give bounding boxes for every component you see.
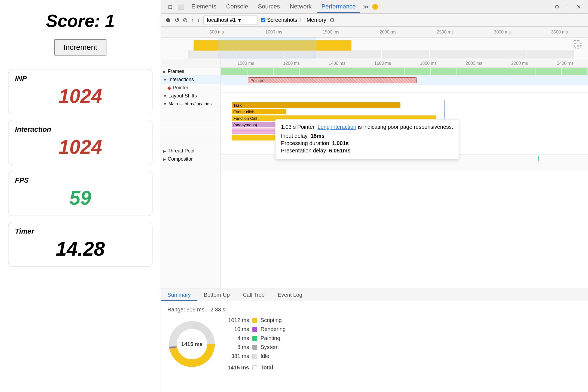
donut-label: 1415 ms <box>181 341 203 347</box>
donut-chart: 1415 ms <box>167 320 216 369</box>
devtools-dock-icon[interactable]: ⊡ <box>165 2 175 12</box>
overview-ruler: 500 ms 1000 ms 1500 ms 2000 ms 2500 ms 3… <box>161 27 588 38</box>
sum-tab-calltree[interactable]: Call Tree <box>236 289 271 301</box>
tab-performance[interactable]: Performance <box>317 1 360 13</box>
fps-value: 59 <box>15 187 146 209</box>
summary-full: Range: 919 ms – 2.33 s <box>167 307 581 371</box>
fc-mark-2400: 2400 ms <box>542 61 588 66</box>
timer-card: Timer 14.28 <box>8 222 152 267</box>
pointer-interaction-bar[interactable]: Pointer <box>248 77 417 83</box>
more-tabs-button[interactable]: ≫ <box>361 2 371 12</box>
main-expand-icon[interactable]: ▼ <box>163 102 167 106</box>
frame-block <box>300 68 326 75</box>
memory-checkbox-label[interactable]: Memory <box>301 17 326 23</box>
url-dropdown-icon[interactable]: ▾ <box>238 17 241 23</box>
tab-sources[interactable]: Sources <box>253 1 284 13</box>
ls-expand-icon[interactable]: ▼ <box>163 94 167 98</box>
tooltip-header: 1.03 s Pointer Long interaction is indic… <box>281 124 453 130</box>
fps-label: FPS <box>15 176 146 185</box>
ruler-spacer <box>161 59 220 68</box>
upload-button[interactable]: ↑ <box>191 17 194 24</box>
capture-settings-icon[interactable]: ⚙ <box>329 17 335 24</box>
painting-color <box>252 336 257 341</box>
frame-block <box>405 68 430 75</box>
tab-elements[interactable]: Elements <box>187 1 221 13</box>
total-ms: 1415 ms <box>227 365 249 371</box>
more-options-icon[interactable]: ⋮ <box>563 2 573 12</box>
flamechart-area: ▶ Frames ▼ Interactions ◆ Pointer ▼ Layo… <box>161 59 588 289</box>
screenshots-checkbox[interactable] <box>261 18 265 22</box>
timer-value: 14.28 <box>15 238 146 260</box>
close-icon[interactable]: ✕ <box>574 2 584 12</box>
compositor-row <box>221 162 588 170</box>
devtools-undock-icon[interactable]: ⬜ <box>176 2 186 12</box>
comp-expand-icon[interactable]: ▶ <box>163 157 166 161</box>
legend-total: 1415 ms Total <box>227 362 286 371</box>
main-thread-label-row[interactable]: ▼ Main — http://localhost:517... <box>161 100 220 108</box>
processing-value: 1.001s <box>332 140 349 146</box>
sum-tab-eventlog[interactable]: Event Log <box>271 289 309 301</box>
idle-label: Idle <box>261 353 269 359</box>
record-button[interactable]: ⏺ <box>165 17 171 24</box>
interactions-expand-icon[interactable]: ▼ <box>163 78 167 82</box>
fc-mark-1200: 1200 ms <box>269 61 314 66</box>
interactions-label-row[interactable]: ▼ Interactions <box>161 76 220 84</box>
sum-tab-summary[interactable]: Summary <box>161 289 197 301</box>
painting-label: Painting <box>261 335 280 341</box>
task-bar[interactable]: Task <box>232 102 400 108</box>
increment-button[interactable]: Increment <box>54 39 107 56</box>
frames-expand-icon[interactable]: ▶ <box>163 69 166 74</box>
legend-area: 1012 ms Scripting 10 ms Rendering 4 ms <box>227 317 286 371</box>
frame-block <box>535 68 561 75</box>
system-color <box>252 345 257 350</box>
tab-network[interactable]: Network <box>285 1 316 13</box>
frame-block <box>431 68 457 75</box>
event-click-bar[interactable]: Event: click <box>232 109 286 114</box>
screenshots-checkbox-label[interactable]: Screenshots <box>261 17 297 23</box>
screenshots-label: Screenshots <box>267 17 297 23</box>
scripting-label: Scripting <box>261 317 282 323</box>
scripting-color <box>252 318 257 323</box>
tab-console[interactable]: Console <box>222 1 253 13</box>
system-label: System <box>261 344 279 350</box>
summary-panel: Summary Bottom-Up Call Tree Event Log Ra… <box>161 289 588 392</box>
ruler-mark-1500: 1500 ms <box>302 30 360 35</box>
pointer-sub-row <box>221 85 588 93</box>
thread-pool-label-row[interactable]: ▶ Thread Pool <box>161 147 220 155</box>
compositor-label-row[interactable]: ▶ Compositor <box>161 155 220 163</box>
cpu-label: CPU <box>573 40 583 45</box>
fps-card: FPS 59 <box>8 171 152 216</box>
layout-shifts-row[interactable] <box>221 93 588 100</box>
frames-row[interactable] <box>221 68 588 76</box>
memory-checkbox[interactable] <box>301 18 305 22</box>
pointer-bar-label: Pointer <box>250 78 264 83</box>
download-button[interactable]: ↓ <box>197 17 200 24</box>
tp-expand-icon[interactable]: ▶ <box>163 149 166 153</box>
url-selector[interactable]: localhost #1 ▾ <box>203 16 258 25</box>
frames-label-row[interactable]: ▶ Frames <box>161 68 220 76</box>
summary-tabbar: Summary Bottom-Up Call Tree Event Log <box>161 289 588 301</box>
pointer-label-row: ◆ Pointer <box>161 84 220 92</box>
reload-button[interactable]: ↺ <box>174 17 179 24</box>
ruler-mark-3000: 3000 ms <box>474 30 531 35</box>
layout-shifts-label-row[interactable]: ▼ Layout Shifts <box>161 92 220 100</box>
frame-block <box>221 68 247 75</box>
frame-block <box>483 68 509 75</box>
flamechart-labels: ▶ Frames ▼ Interactions ◆ Pointer ▼ Layo… <box>161 59 221 289</box>
frames-label: Frames <box>168 69 184 74</box>
pointer-dot: ◆ <box>167 85 171 91</box>
legend-rendering: 10 ms Rendering <box>227 326 286 332</box>
layout-shifts-label: Layout Shifts <box>169 93 197 99</box>
legend-idle: 381 ms Idle <box>227 353 286 359</box>
settings-icon[interactable]: ⚙ <box>552 2 562 12</box>
overview-area[interactable]: CPU NET <box>161 38 588 59</box>
legend-system: 8 ms System <box>227 344 286 350</box>
clear-button[interactable]: ⊘ <box>183 17 188 24</box>
tooltip-link[interactable]: Long interaction <box>318 124 356 130</box>
interaction-value: 1024 <box>15 136 146 158</box>
frame-block <box>326 68 352 75</box>
interactions-row[interactable]: Pointer <box>221 76 588 85</box>
fc-mark-1000: 1000 ms <box>223 61 269 66</box>
screenshot-strip <box>188 50 574 59</box>
sum-tab-bottomup[interactable]: Bottom-Up <box>197 289 237 301</box>
